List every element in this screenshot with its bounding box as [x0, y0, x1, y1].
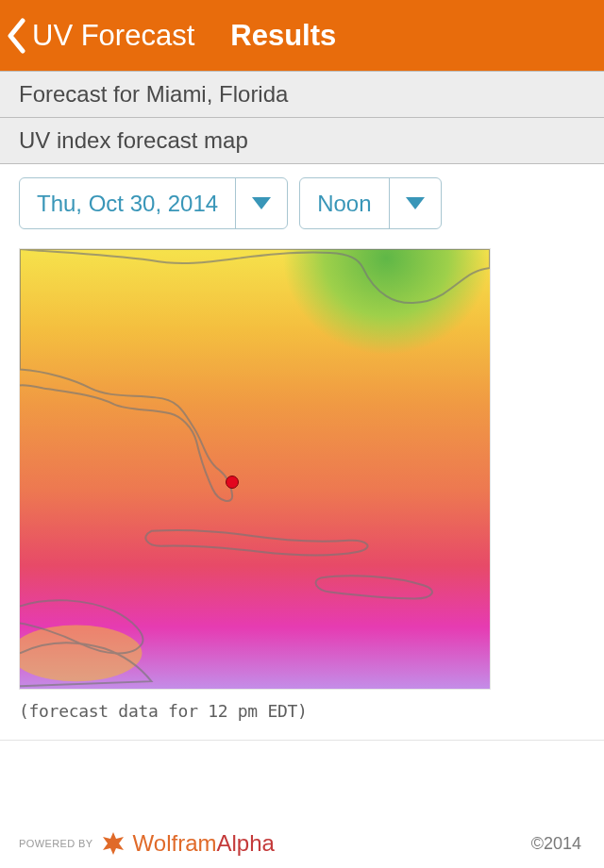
time-dropdown-caret: [389, 178, 441, 228]
footer-attribution[interactable]: POWERED BY WolframAlpha: [19, 830, 275, 857]
triangle-down-icon: [252, 197, 271, 209]
uv-forecast-map[interactable]: [19, 248, 491, 690]
triangle-down-icon: [406, 197, 425, 209]
date-dropdown-label: Thu, Oct 30, 2014: [20, 178, 235, 228]
footer-divider: [0, 740, 604, 741]
location-marker: [226, 476, 239, 489]
svg-marker-3: [103, 832, 124, 855]
footer: POWERED BY WolframAlpha ©2014: [0, 819, 604, 868]
date-dropdown[interactable]: Thu, Oct 30, 2014: [19, 177, 288, 229]
section-forecast-location: Forecast for Miami, Florida: [0, 71, 604, 118]
filter-controls: Thu, Oct 30, 2014 Noon: [0, 164, 604, 237]
back-label: UV Forecast: [32, 19, 194, 53]
coastline-overlay: [20, 249, 490, 689]
section-forecast-map-label: UV index forecast map: [0, 118, 604, 164]
page-title: Results: [230, 19, 336, 53]
powered-by-label: POWERED BY: [19, 838, 93, 849]
time-dropdown-label: Noon: [300, 178, 388, 228]
header-bar: UV Forecast Results: [0, 0, 604, 71]
copyright: ©2014: [531, 834, 581, 854]
chevron-left-icon: [6, 18, 26, 54]
date-dropdown-caret: [235, 178, 287, 228]
wolfram-icon: [101, 831, 126, 856]
wolfram-brand-text: WolframAlpha: [133, 830, 275, 857]
back-button[interactable]: UV Forecast: [6, 18, 194, 54]
map-caption: (forecast data for 12 pm EDT): [0, 695, 604, 723]
time-dropdown[interactable]: Noon: [299, 177, 441, 229]
map-container: [0, 237, 604, 695]
